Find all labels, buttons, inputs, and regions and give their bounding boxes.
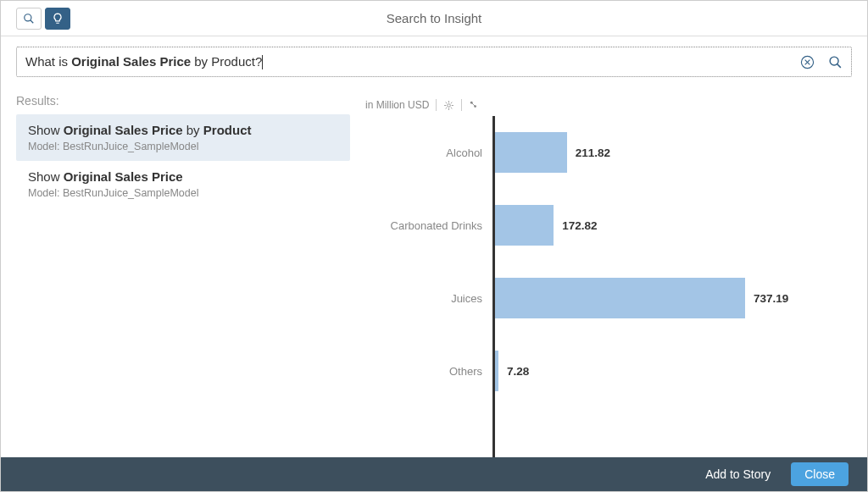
svg-point-5: [830, 57, 838, 65]
close-button[interactable]: Close: [791, 462, 849, 486]
search-icon: [23, 13, 35, 25]
bar-value-label: 7.28: [507, 365, 529, 378]
results-label: Results:: [16, 94, 355, 108]
lightbulb-icon: [52, 13, 64, 25]
bar-row: 211.82: [495, 116, 852, 189]
bar-row: 172.82: [495, 189, 852, 262]
add-to-story-button[interactable]: Add to Story: [705, 467, 771, 481]
chart-unit-label: in Million USD: [365, 99, 429, 111]
search-mode-button[interactable]: [16, 8, 42, 30]
svg-line-13: [451, 107, 453, 108]
svg-point-7: [448, 103, 451, 107]
category-label: Alcohol: [360, 116, 492, 189]
dialog-footer: Add to Story Close: [1, 457, 867, 491]
category-label: Carbonated Drinks: [360, 189, 492, 262]
options-icon[interactable]: [443, 100, 454, 111]
bar-value-label: 172.82: [562, 219, 597, 232]
svg-line-6: [837, 64, 841, 67]
search-submit-icon[interactable]: [828, 55, 843, 69]
bar-chart: AlcoholCarbonated DrinksJuicesOthers 211…: [360, 116, 852, 457]
search-text: What is Original Sales Price by Product?: [25, 54, 800, 70]
result-title: Show Original Sales Price by Product: [28, 123, 338, 137]
bar-row: 737.19: [495, 262, 852, 334]
bar-value-label: 211.82: [576, 146, 610, 159]
svg-point-0: [25, 14, 31, 20]
category-label: Others: [360, 334, 492, 407]
search-input[interactable]: What is Original Sales Price by Product?: [16, 47, 852, 77]
divider: [436, 99, 437, 111]
category-label: Juices: [360, 262, 492, 334]
result-model: Model: BestRunJuice_SampleModel: [28, 187, 338, 199]
svg-line-14: [446, 107, 448, 108]
bar-value-label: 737.19: [754, 292, 788, 305]
bar-row: 7.28: [495, 334, 852, 407]
svg-line-18: [472, 102, 475, 105]
insight-mode-button[interactable]: [45, 8, 70, 30]
result-model: Model: BestRunJuice_SampleModel: [28, 141, 338, 152]
svg-line-12: [446, 102, 448, 103]
result-title: Show Original Sales Price: [28, 169, 338, 184]
svg-line-1: [31, 19, 34, 23]
bar[interactable]: [495, 351, 498, 391]
divider: [461, 99, 462, 111]
bar[interactable]: [495, 132, 567, 173]
result-item-1[interactable]: Show Original Sales Price Model: BestRun…: [16, 161, 350, 207]
title-bar: Search to Insight: [1, 1, 867, 36]
clear-icon[interactable]: [800, 55, 815, 69]
sort-icon[interactable]: [469, 100, 480, 111]
result-item-0[interactable]: Show Original Sales Price by Product Mod…: [16, 114, 350, 161]
bar[interactable]: [495, 278, 745, 318]
dialog-title: Search to Insight: [1, 11, 867, 25]
svg-line-15: [451, 102, 453, 103]
bar[interactable]: [495, 205, 554, 246]
